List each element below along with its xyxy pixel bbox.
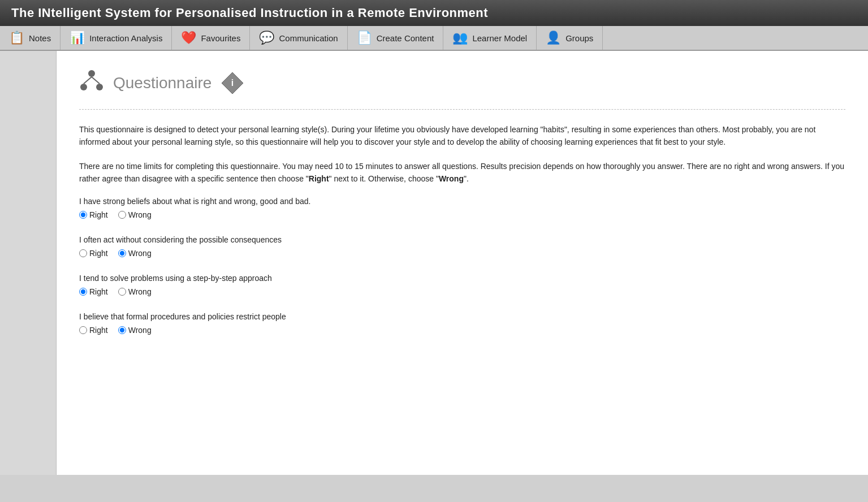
question-2-text: I often act without considering the poss… xyxy=(79,235,845,244)
communication-icon: 💬 xyxy=(259,31,274,45)
q2-wrong-option[interactable]: Wrong xyxy=(118,249,152,258)
question-1-answers: Right Wrong xyxy=(79,210,845,219)
nav-learner-model-label: Learner Model xyxy=(472,33,527,43)
nav-interaction-analysis[interactable]: 📊 Interaction Analysis xyxy=(61,26,172,50)
notes-icon: 📋 xyxy=(9,31,24,45)
learner-model-icon: 👥 xyxy=(452,31,468,45)
svg-text:i: i xyxy=(231,78,234,88)
question-3-text: I tend to solve problems using a step-by… xyxy=(79,274,845,283)
intro-paragraph-2: There are no time limits for completing … xyxy=(79,160,845,185)
app-header: The INtelligent System for Personalised … xyxy=(0,0,868,26)
q4-right-label: Right xyxy=(89,326,108,335)
q2-right-radio[interactable] xyxy=(79,249,87,257)
page-header: Questionnaire i xyxy=(79,68,845,98)
question-3: I tend to solve problems using a step-by… xyxy=(79,274,845,296)
nav-interaction-label: Interaction Analysis xyxy=(89,33,162,43)
nav-notes[interactable]: 📋 Notes xyxy=(0,26,61,50)
q3-wrong-radio[interactable] xyxy=(118,288,126,296)
question-2-answers: Right Wrong xyxy=(79,249,845,258)
q1-wrong-label: Wrong xyxy=(128,210,152,219)
q4-wrong-option[interactable]: Wrong xyxy=(118,326,152,335)
q1-wrong-radio[interactable] xyxy=(118,211,126,219)
sidebar xyxy=(0,51,57,475)
nav-communication-label: Communication xyxy=(279,33,338,43)
q1-right-label: Right xyxy=(89,210,108,219)
q1-right-option[interactable]: Right xyxy=(79,210,108,219)
nav-favourites[interactable]: ❤️ Favourites xyxy=(172,26,250,50)
q4-right-radio[interactable] xyxy=(79,326,87,334)
question-1-text: I have strong beliefs about what is righ… xyxy=(79,197,845,206)
question-1: I have strong beliefs about what is righ… xyxy=(79,197,845,219)
q3-wrong-option[interactable]: Wrong xyxy=(118,287,152,296)
nav-groups-label: Groups xyxy=(565,33,593,43)
favourites-icon: ❤️ xyxy=(181,31,196,45)
q3-right-label: Right xyxy=(89,287,108,296)
intro-paragraph-1: This questionnaire is designed to detect… xyxy=(79,123,845,149)
svg-point-1 xyxy=(80,84,87,90)
nav-create-content-label: Create Content xyxy=(377,33,434,43)
question-4: I believe that formal procedures and pol… xyxy=(79,312,845,335)
questionnaire-people-icon xyxy=(79,68,104,98)
nav-groups[interactable]: 👤 Groups xyxy=(537,26,603,50)
q3-right-radio[interactable] xyxy=(79,288,87,296)
svg-point-0 xyxy=(88,70,95,77)
q1-wrong-option[interactable]: Wrong xyxy=(118,210,152,219)
question-2: I often act without considering the poss… xyxy=(79,235,845,258)
app-title: The INtelligent System for Personalised … xyxy=(11,6,488,20)
question-4-text: I believe that formal procedures and pol… xyxy=(79,312,845,321)
groups-icon: 👤 xyxy=(546,31,561,45)
header-divider xyxy=(79,109,845,110)
bold-right-label: Right xyxy=(309,174,329,183)
svg-line-3 xyxy=(84,77,92,84)
q1-right-radio[interactable] xyxy=(79,211,87,219)
info-icon[interactable]: i xyxy=(221,71,244,95)
navigation-bar: 📋 Notes 📊 Interaction Analysis ❤️ Favour… xyxy=(0,26,868,51)
nav-favourites-label: Favourites xyxy=(201,33,240,43)
q3-right-option[interactable]: Right xyxy=(79,287,108,296)
nav-communication[interactable]: 💬 Communication xyxy=(250,26,347,50)
question-4-answers: Right Wrong xyxy=(79,326,845,335)
q4-right-option[interactable]: Right xyxy=(79,326,108,335)
q2-right-label: Right xyxy=(89,249,108,258)
page-title: Questionnaire xyxy=(113,74,211,92)
q4-wrong-label: Wrong xyxy=(128,326,152,335)
nav-create-content[interactable]: 📄 Create Content xyxy=(348,26,444,50)
q4-wrong-radio[interactable] xyxy=(118,326,126,334)
q3-wrong-label: Wrong xyxy=(128,287,152,296)
nav-learner-model[interactable]: 👥 Learner Model xyxy=(443,26,537,50)
svg-point-2 xyxy=(96,84,103,90)
q2-right-option[interactable]: Right xyxy=(79,249,108,258)
nav-notes-label: Notes xyxy=(29,33,51,43)
main-content: Questionnaire i This questionnaire is de… xyxy=(57,51,868,475)
interaction-analysis-icon: 📊 xyxy=(70,31,85,45)
question-3-answers: Right Wrong xyxy=(79,287,845,296)
q2-wrong-radio[interactable] xyxy=(118,249,126,257)
create-content-icon: 📄 xyxy=(357,31,372,45)
svg-line-4 xyxy=(92,77,100,84)
q2-wrong-label: Wrong xyxy=(128,249,152,258)
bold-wrong-label: Wrong xyxy=(439,174,464,183)
main-layout: Questionnaire i This questionnaire is de… xyxy=(0,51,868,475)
